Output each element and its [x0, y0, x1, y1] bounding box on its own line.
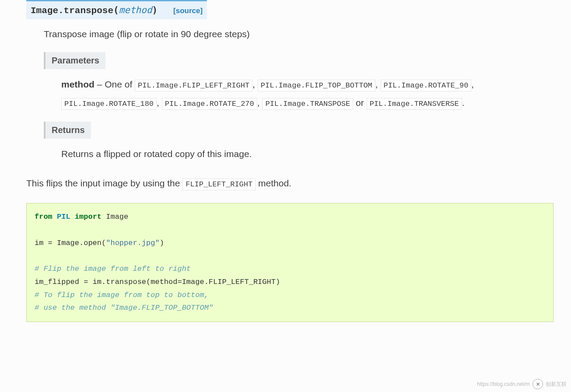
param-option: PIL.Image.ROTATE_90 — [381, 80, 472, 91]
method-description: Transpose image (flip or rotate in 90 de… — [44, 27, 553, 41]
param-name: method — [61, 79, 95, 89]
source-link[interactable]: [source] — [173, 7, 203, 15]
parameters-label: Parameters — [44, 52, 105, 69]
returns-label: Returns — [44, 122, 91, 139]
parameters-body: method – One of PIL.Image.FLIP_LEFT_RIGH… — [61, 75, 553, 112]
param-option: PIL.Image.FLIP_TOP_BOTTOM — [258, 80, 375, 91]
signature-classname: Image.transpose — [31, 6, 113, 16]
param-option: PIL.Image.FLIP_LEFT_RIGHT — [135, 80, 252, 91]
code-example: from PIL import Image im = Image.open("h… — [26, 203, 553, 322]
body-text: This flips the input image by using the … — [26, 176, 553, 190]
param-option: PIL.Image.ROTATE_270 — [162, 98, 257, 110]
param-option: PIL.Image.TRANSPOSE — [262, 98, 353, 110]
param-option: PIL.Image.TRANSVERSE — [367, 98, 462, 110]
returns-block: Returns Returns a flipped or rotated cop… — [44, 122, 553, 163]
returns-body: Returns a flipped or rotated copy of thi… — [61, 145, 553, 163]
param-option: PIL.Image.ROTATE_180 — [61, 98, 157, 110]
inline-code: FLIP_LEFT_RIGHT — [182, 178, 256, 190]
method-signature: Image.transpose(method) [source] — [26, 0, 207, 19]
parameters-block: Parameters method – One of PIL.Image.FLI… — [44, 52, 553, 112]
signature-param: method — [119, 5, 152, 15]
